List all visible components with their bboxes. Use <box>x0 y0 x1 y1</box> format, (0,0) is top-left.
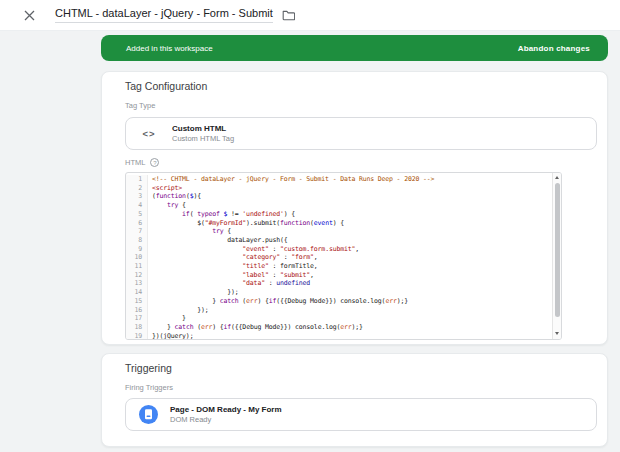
tag-configuration-title: Tag Configuration <box>125 80 207 92</box>
tag-type-label: Tag Type <box>125 101 155 110</box>
abandon-changes-button[interactable]: Abandon changes <box>512 40 596 57</box>
trigger-type: DOM Ready <box>170 415 282 424</box>
page: { "header": { "title": "CHTML - dataLaye… <box>0 0 620 452</box>
triggering-title: Triggering <box>125 362 172 374</box>
tag-configuration-card: Tag Configuration Tag Type <> Custom HTM… <box>101 71 608 345</box>
workspace-banner: Added in this workspace Abandon changes <box>101 35 608 61</box>
folder-button[interactable] <box>282 10 295 21</box>
html-code-editor[interactable]: 1<!-- CHTML - dataLayer - jQuery - Form … <box>125 172 562 340</box>
tag-type-name: Custom HTML <box>172 124 234 134</box>
top-bar: CHTML - dataLayer - jQuery - Form - Subm… <box>0 0 620 31</box>
close-icon <box>24 10 35 21</box>
custom-html-code-icon: <> <box>126 128 172 139</box>
tag-type-card[interactable]: <> Custom HTML Custom HTML Tag <box>125 117 597 150</box>
firing-triggers-label: Firing Triggers <box>125 383 173 392</box>
help-icon[interactable]: ? <box>150 158 159 167</box>
scroll-up-icon[interactable] <box>553 174 561 182</box>
dom-ready-trigger-icon <box>126 405 170 424</box>
html-field-label: HTML <box>125 158 145 167</box>
close-button[interactable] <box>14 0 44 30</box>
tag-name-title[interactable]: CHTML - dataLayer - jQuery - Form - Subm… <box>55 7 273 23</box>
trigger-row[interactable]: Page - DOM Ready - My Form DOM Ready <box>125 398 597 431</box>
editor-scrollbar[interactable] <box>552 173 561 339</box>
code-lines: 1<!-- CHTML - dataLayer - jQuery - Form … <box>126 175 552 340</box>
workspace-banner-message: Added in this workspace <box>126 44 213 53</box>
tag-type-description: Custom HTML Tag <box>172 134 234 143</box>
scroll-down-icon[interactable] <box>553 330 561 338</box>
scrollbar-thumb[interactable] <box>555 183 561 317</box>
folder-icon <box>282 10 295 21</box>
trigger-name: Page - DOM Ready - My Form <box>170 405 282 415</box>
triggering-card: Triggering Firing Triggers Page - DOM Re… <box>101 353 608 447</box>
